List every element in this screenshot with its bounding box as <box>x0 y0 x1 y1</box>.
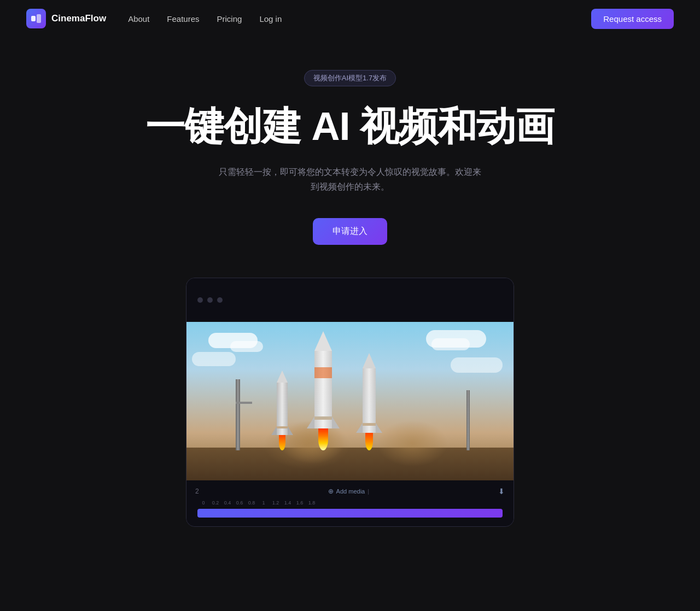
fin-left-r <box>288 426 293 435</box>
nav-link-features[interactable]: Features <box>167 14 199 24</box>
rocket-right-flame <box>356 433 382 450</box>
fin-r-l <box>356 423 363 433</box>
hero-section: 视频创作AI模型1.7发布 一键创建 AI 视频和动画 只需轻轻一按，即可将您的… <box>0 37 700 549</box>
fin-c-l <box>307 416 314 428</box>
pipe-separator: | <box>368 488 369 495</box>
nav-right: Request access <box>591 9 674 29</box>
rocket-left-body <box>277 383 288 426</box>
ruler-02: 0.2 <box>209 500 221 506</box>
logo-icon <box>26 9 46 28</box>
timeline-track[interactable] <box>197 509 503 518</box>
announcement-badge: 视频创作AI模型1.7发布 <box>304 70 396 86</box>
flame-center <box>318 428 328 450</box>
rocket-center <box>307 331 340 450</box>
rocket-right-body <box>363 368 376 423</box>
tower-right <box>466 390 470 450</box>
plus-icon: ⊕ <box>328 487 334 495</box>
hero-cta-button[interactable]: 申请进入 <box>313 218 387 245</box>
smoke-3 <box>377 420 448 467</box>
nav-link-pricing[interactable]: Pricing <box>217 14 242 24</box>
rocket-center-tip <box>314 331 332 351</box>
tower-left-arm <box>236 402 252 404</box>
timeline-ruler: 0 0.2 0.4 0.6 0.8 1 1.2 1.4 1.6 1.8 <box>195 500 505 506</box>
fin-c-r <box>332 416 340 428</box>
cloud-5 <box>192 352 236 366</box>
dot-3 <box>217 297 223 303</box>
nav-link-login[interactable]: Log in <box>259 14 282 24</box>
ruler-14: 1.4 <box>282 500 294 506</box>
rocket-right <box>356 353 382 450</box>
ruler-06: 0.6 <box>234 500 246 506</box>
timeline-toolbar: 2 ⊕ Add media | ⬇ <box>195 487 505 496</box>
dot-2 <box>207 297 213 303</box>
demo-image-area <box>186 322 514 480</box>
ruler-16: 1.6 <box>294 500 306 506</box>
cloud-6 <box>451 357 503 373</box>
flame-right <box>365 433 373 450</box>
fin-r-r <box>376 423 382 433</box>
logo[interactable]: CinemaFlow <box>26 9 106 28</box>
rocket-right-fins <box>356 423 382 433</box>
stripe <box>314 367 332 378</box>
svg-rect-1 <box>37 14 41 23</box>
flame-left <box>279 435 285 450</box>
navbar: CinemaFlow About Features Pricing Log in… <box>0 0 700 37</box>
fin-center-l <box>277 428 288 435</box>
ruler-04: 0.4 <box>221 500 234 506</box>
nav-link-about[interactable]: About <box>128 14 149 24</box>
timeline-number: 2 <box>195 487 199 495</box>
download-icon[interactable]: ⬇ <box>498 487 505 496</box>
demo-container: 2 ⊕ Add media | ⬇ 0 0.2 0.4 0.6 0.8 1 1.… <box>186 278 514 527</box>
rocket-center-fins <box>307 416 340 428</box>
rocket-right-tip <box>363 353 376 368</box>
nav-links: About Features Pricing Log in <box>128 14 282 24</box>
add-media-label: Add media <box>336 488 365 495</box>
rocket-center-flame <box>307 428 340 450</box>
rocket-left <box>271 371 293 450</box>
tower-left <box>236 379 240 450</box>
ruler-18: 1.8 <box>306 500 318 506</box>
demo-top-bar <box>186 278 514 322</box>
badge-text: 视频创作AI模型1.7发布 <box>313 73 387 83</box>
nav-left: CinemaFlow About Features Pricing Log in <box>26 9 282 28</box>
ruler-1: 1 <box>258 500 270 506</box>
demo-timeline: 2 ⊕ Add media | ⬇ 0 0.2 0.4 0.6 0.8 1 1.… <box>186 480 514 526</box>
ruler-12: 1.2 <box>270 500 282 506</box>
rocket-left-flame <box>271 435 293 450</box>
svg-rect-0 <box>31 16 36 21</box>
rocket-left-tip <box>277 371 288 383</box>
hero-subtitle: 只需轻轻一按，即可将您的文本转变为令人惊叹的视觉故事。欢迎来到视频创作的未来。 <box>219 164 481 194</box>
rocket-left-fins <box>271 426 293 435</box>
cloud-2 <box>230 341 263 352</box>
fin-left-l <box>271 426 277 435</box>
fin-c-center <box>314 420 332 428</box>
dot-1 <box>197 297 203 303</box>
ground <box>186 448 514 480</box>
request-access-button[interactable]: Request access <box>591 9 674 29</box>
rocket-scene <box>186 322 514 480</box>
fin-r-center <box>363 426 376 433</box>
ruler-0: 0 <box>197 500 209 506</box>
rocket-center-body <box>314 351 332 416</box>
logo-text: CinemaFlow <box>51 13 106 24</box>
add-media-button[interactable]: ⊕ Add media | <box>328 487 369 495</box>
hero-title: 一键创建 AI 视频和动画 <box>145 104 554 149</box>
ruler-08: 0.8 <box>246 500 258 506</box>
cloud-4 <box>431 338 470 350</box>
